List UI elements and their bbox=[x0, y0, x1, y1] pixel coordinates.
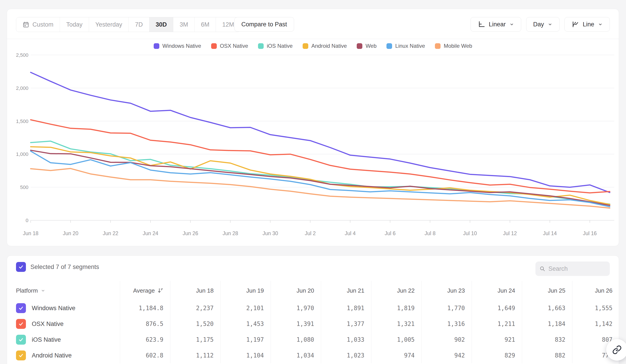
y-axis-tick-label: 500 bbox=[20, 184, 28, 190]
value-cell: 1,391 bbox=[271, 316, 321, 332]
value-cell: 1,453 bbox=[220, 316, 271, 332]
segment-checkbox[interactable] bbox=[16, 319, 26, 329]
value-cell: 2,101 bbox=[220, 300, 271, 316]
segment-row-osx-native: OSX Native876.51,5201,4531,3911,3771,321… bbox=[7, 316, 619, 332]
x-axis-tick-label: Jul 2 bbox=[305, 230, 316, 236]
chart-line-mobile-web bbox=[31, 169, 610, 208]
value-cell: 832 bbox=[522, 332, 572, 348]
date-column-header[interactable]: Jun 25 bbox=[522, 281, 572, 300]
platform-name[interactable]: iOS Native bbox=[32, 336, 61, 343]
value-cell: 1,211 bbox=[472, 316, 522, 332]
value-cell: 1,033 bbox=[321, 332, 371, 348]
insights-report-page: { "toolbar": { "ranges": ["Custom", "Tod… bbox=[0, 0, 626, 364]
selected-segments-label: Selected 7 of 7 segments bbox=[30, 263, 99, 271]
average-value-cell: 623.9 bbox=[120, 332, 170, 348]
value-cell: 1,770 bbox=[421, 300, 472, 316]
value-cell: 2,237 bbox=[170, 300, 220, 316]
y-axis-tick-label: 0 bbox=[26, 218, 28, 223]
platform-cell: OSX Native bbox=[7, 316, 120, 332]
value-cell: 1,891 bbox=[321, 300, 371, 316]
chevron-down-icon bbox=[40, 288, 45, 293]
value-cell: 1,175 bbox=[170, 332, 220, 348]
x-axis-tick-label: Jun 30 bbox=[263, 230, 278, 236]
average-value-cell: 602.8 bbox=[120, 348, 170, 363]
value-cell: 1,321 bbox=[371, 316, 421, 332]
average-header-label: Average bbox=[133, 287, 155, 294]
value-cell: 1,819 bbox=[371, 300, 421, 316]
chart-line-android-native bbox=[31, 147, 610, 205]
date-column-header[interactable]: Jun 23 bbox=[421, 281, 472, 300]
value-cell: 882 bbox=[522, 348, 572, 363]
value-cell: 942 bbox=[421, 348, 472, 363]
selected-segments-row: Selected 7 of 7 segments bbox=[16, 262, 99, 272]
platform-name[interactable]: Windows Native bbox=[32, 305, 76, 312]
date-column-header[interactable]: Jun 19 bbox=[220, 281, 271, 300]
segment-checkbox[interactable] bbox=[16, 351, 26, 360]
x-axis-tick-label: Jun 28 bbox=[223, 230, 238, 236]
segment-search bbox=[535, 261, 610, 276]
platform-name[interactable]: Android Native bbox=[32, 352, 72, 359]
value-cell: 974 bbox=[371, 348, 421, 363]
value-cell: 829 bbox=[472, 348, 522, 363]
average-column-header[interactable]: Average bbox=[120, 281, 170, 300]
checkmark-icon bbox=[18, 352, 24, 359]
value-cell: 1,142 bbox=[572, 316, 619, 332]
platform-cell: Windows Native bbox=[7, 300, 120, 316]
search-input[interactable] bbox=[548, 265, 606, 273]
value-cell: 1,970 bbox=[271, 300, 321, 316]
x-axis-tick-label: Jun 20 bbox=[63, 230, 78, 236]
y-axis-tick-label: 1,500 bbox=[16, 118, 28, 124]
x-axis-tick-label: Jul 12 bbox=[503, 230, 517, 236]
platform-name[interactable]: OSX Native bbox=[32, 321, 64, 328]
value-cell: 1,080 bbox=[271, 332, 321, 348]
segment-row-android-native: Android Native602.81,1121,1041,0341,0239… bbox=[7, 348, 619, 363]
value-cell: 1,184 bbox=[522, 316, 572, 332]
select-all-checkbox[interactable] bbox=[16, 262, 26, 272]
platform-cell: iOS Native bbox=[7, 332, 120, 348]
y-axis-tick-label: 2,000 bbox=[16, 85, 28, 91]
table-header-row: PlatformAverageJun 18Jun 19Jun 20Jun 21J… bbox=[7, 281, 619, 300]
average-value-cell: 876.5 bbox=[120, 316, 170, 332]
copy-link-button[interactable] bbox=[606, 339, 626, 361]
checkmark-icon bbox=[18, 305, 24, 311]
x-axis-tick-label: Jun 18 bbox=[23, 230, 38, 236]
segment-row-ios-native: iOS Native623.91,1751,1971,0801,0331,005… bbox=[7, 332, 619, 348]
platform-cell: Android Native bbox=[7, 348, 120, 363]
value-cell: 1,316 bbox=[421, 316, 472, 332]
chart-line-windows-native bbox=[31, 72, 610, 193]
y-axis-tick-label: 1,000 bbox=[16, 151, 28, 157]
x-axis-tick-label: Jul 8 bbox=[425, 230, 435, 236]
date-column-header[interactable]: Jun 24 bbox=[472, 281, 522, 300]
value-cell: 1,034 bbox=[271, 348, 321, 363]
sort-descending-icon bbox=[157, 288, 163, 293]
x-axis-tick-label: Jun 24 bbox=[143, 230, 158, 236]
value-cell: 902 bbox=[421, 332, 472, 348]
value-cell: 1,023 bbox=[321, 348, 371, 363]
date-column-header[interactable]: Jun 21 bbox=[321, 281, 371, 300]
checkmark-icon bbox=[18, 264, 24, 270]
value-cell: 1,104 bbox=[220, 348, 271, 363]
platform-header-label: Platform bbox=[16, 287, 38, 294]
x-axis-tick-label: Jul 10 bbox=[463, 230, 477, 236]
segments-table: PlatformAverageJun 18Jun 19Jun 20Jun 21J… bbox=[7, 281, 619, 363]
checkmark-icon bbox=[18, 336, 24, 343]
value-cell: 1,112 bbox=[170, 348, 220, 363]
link-icon bbox=[612, 345, 622, 355]
date-column-header[interactable]: Jun 18 bbox=[170, 281, 220, 300]
value-cell: 1,663 bbox=[522, 300, 572, 316]
date-column-header[interactable]: Jun 26 bbox=[572, 281, 619, 300]
date-column-header[interactable]: Jun 22 bbox=[371, 281, 421, 300]
search-icon bbox=[540, 265, 545, 272]
line-chart: 05001,0001,5002,0002,500Jun 18Jun 20Jun … bbox=[7, 9, 619, 246]
x-axis-tick-label: Jul 6 bbox=[385, 230, 396, 236]
y-axis-tick-label: 2,500 bbox=[16, 52, 28, 58]
value-cell: 921 bbox=[472, 332, 522, 348]
value-cell: 1,649 bbox=[472, 300, 522, 316]
segments-card: Selected 7 of 7 segments PlatformAverage… bbox=[7, 255, 619, 364]
platform-column-header[interactable]: Platform bbox=[7, 281, 120, 300]
segment-checkbox[interactable] bbox=[16, 303, 26, 313]
date-column-header[interactable]: Jun 20 bbox=[271, 281, 321, 300]
value-cell: 1,555 bbox=[572, 300, 619, 316]
segment-checkbox[interactable] bbox=[16, 335, 26, 345]
x-axis-tick-label: Jul 4 bbox=[345, 230, 356, 236]
